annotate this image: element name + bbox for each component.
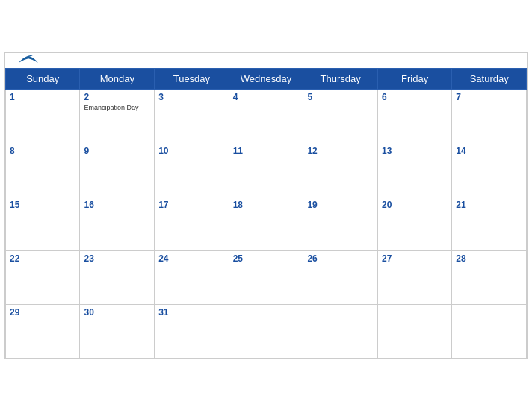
week-row: 22232425262728 xyxy=(6,250,527,304)
table-row: 26 xyxy=(303,250,378,304)
table-row: 9 xyxy=(80,143,155,197)
week-row: 15161718192021 xyxy=(6,197,527,250)
table-row xyxy=(452,304,527,358)
table-row: 12 xyxy=(303,143,378,197)
table-row: 8 xyxy=(6,143,80,197)
day-number: 2 xyxy=(84,92,150,102)
table-row: 5 xyxy=(303,89,378,143)
day-header-wednesday: Wednesday xyxy=(229,68,303,89)
logo xyxy=(17,53,40,68)
day-number: 23 xyxy=(84,253,150,264)
table-row: 7 xyxy=(452,89,527,143)
day-number: 5 xyxy=(307,92,374,102)
calendar-header xyxy=(5,53,527,68)
day-header-tuesday: Tuesday xyxy=(155,68,229,89)
day-number: 26 xyxy=(307,253,374,264)
table-row: 23 xyxy=(80,250,155,304)
table-row: 20 xyxy=(377,197,451,250)
day-number: 15 xyxy=(10,200,75,210)
table-row: 25 xyxy=(229,250,303,304)
table-row: 11 xyxy=(229,143,303,197)
day-number: 20 xyxy=(382,200,448,210)
calendar-table: SundayMondayTuesdayWednesdayThursdayFrid… xyxy=(5,68,527,359)
table-row: 28 xyxy=(452,250,527,304)
day-number: 19 xyxy=(307,200,374,210)
day-header-friday: Friday xyxy=(377,68,451,89)
day-number: 29 xyxy=(10,307,75,318)
table-row: 19 xyxy=(303,197,378,250)
day-number: 6 xyxy=(382,92,448,102)
table-row: 2Emancipation Day xyxy=(80,89,155,143)
day-number: 28 xyxy=(456,253,522,264)
day-number: 7 xyxy=(456,92,522,102)
table-row: 21 xyxy=(452,197,527,250)
table-row: 6 xyxy=(377,89,451,143)
day-number: 13 xyxy=(382,146,448,156)
day-number: 1 xyxy=(10,92,75,102)
day-number: 10 xyxy=(158,146,225,156)
day-number: 25 xyxy=(233,253,300,264)
day-header-thursday: Thursday xyxy=(303,68,378,89)
day-number: 4 xyxy=(233,92,300,102)
table-row: 27 xyxy=(377,250,451,304)
day-header-monday: Monday xyxy=(80,68,155,89)
table-row xyxy=(229,304,303,358)
day-number: 17 xyxy=(158,200,225,210)
day-number: 31 xyxy=(158,307,225,318)
table-row: 13 xyxy=(377,143,451,197)
day-number: 11 xyxy=(233,146,300,156)
table-row: 24 xyxy=(155,250,229,304)
table-row: 4 xyxy=(229,89,303,143)
holiday-label: Emancipation Day xyxy=(84,104,150,112)
day-header-sunday: Sunday xyxy=(6,68,80,89)
table-row xyxy=(377,304,451,358)
table-row: 17 xyxy=(155,197,229,250)
week-row: 891011121314 xyxy=(6,143,527,197)
day-number: 18 xyxy=(233,200,300,210)
table-row: 14 xyxy=(452,143,527,197)
table-row: 30 xyxy=(80,304,155,358)
day-number: 3 xyxy=(158,92,225,102)
day-number: 30 xyxy=(84,307,150,318)
calendar: SundayMondayTuesdayWednesdayThursdayFrid… xyxy=(4,52,528,359)
day-number: 16 xyxy=(84,200,150,210)
day-number: 14 xyxy=(456,146,522,156)
day-number: 24 xyxy=(158,253,225,264)
day-number: 22 xyxy=(10,253,75,264)
day-headers-row: SundayMondayTuesdayWednesdayThursdayFrid… xyxy=(6,68,527,89)
day-number: 9 xyxy=(84,146,150,156)
day-number: 27 xyxy=(382,253,448,264)
table-row: 18 xyxy=(229,197,303,250)
table-row: 22 xyxy=(6,250,80,304)
week-row: 12Emancipation Day34567 xyxy=(6,89,527,143)
day-number: 12 xyxy=(307,146,374,156)
day-number: 21 xyxy=(456,200,522,210)
table-row: 10 xyxy=(155,143,229,197)
logo-bird-icon xyxy=(17,53,40,68)
day-number: 8 xyxy=(10,146,75,156)
table-row: 15 xyxy=(6,197,80,250)
table-row: 29 xyxy=(6,304,80,358)
table-row xyxy=(303,304,378,358)
table-row: 1 xyxy=(6,89,80,143)
table-row: 31 xyxy=(155,304,229,358)
week-row: 293031 xyxy=(6,304,527,358)
day-header-saturday: Saturday xyxy=(452,68,527,89)
table-row: 3 xyxy=(155,89,229,143)
table-row: 16 xyxy=(80,197,155,250)
